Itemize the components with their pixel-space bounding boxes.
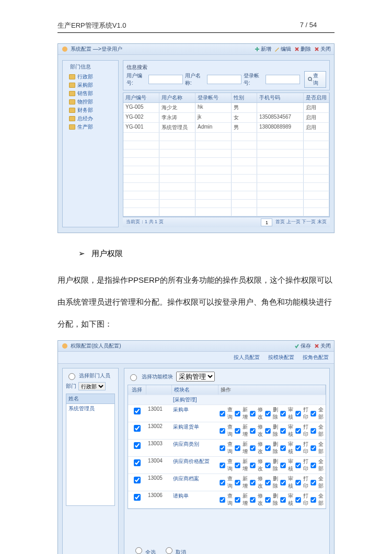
pager-input[interactable]: [261, 218, 272, 226]
row-select-checkbox[interactable]: [134, 408, 141, 414]
tree-item[interactable]: 销售部: [69, 89, 114, 98]
op-audit-checkbox[interactable]: [280, 428, 285, 433]
new-button[interactable]: 新增: [255, 45, 271, 53]
col-user-name[interactable]: 用户名称: [159, 93, 195, 102]
op-audit-checkbox[interactable]: [280, 445, 285, 451]
table-row[interactable]: YG-002李永涛jk女13508534567启用: [123, 113, 329, 123]
op-delete-checkbox[interactable]: [265, 445, 270, 451]
op-print-checkbox[interactable]: [295, 445, 301, 451]
op-query-checkbox[interactable]: [220, 480, 225, 485]
tree-item[interactable]: 物控部: [69, 98, 114, 106]
op-all-checkbox[interactable]: [310, 411, 316, 416]
perm-row[interactable]: 13005供应商档案查询 新增 修改 删除 审核 打印 全部: [128, 474, 326, 491]
tree-item[interactable]: 总经办: [69, 114, 114, 123]
op-query-checkbox[interactable]: [220, 497, 225, 502]
op-print-checkbox[interactable]: [295, 463, 301, 468]
search-button[interactable]: 查询: [304, 71, 326, 88]
user-name-label: 用户名称:: [185, 72, 205, 87]
op-delete-checkbox[interactable]: [265, 480, 270, 485]
select-user-label: 选择部门人员: [79, 372, 110, 379]
op-edit-checkbox[interactable]: [250, 480, 255, 485]
login-acct-input[interactable]: [266, 75, 300, 84]
op-audit-checkbox[interactable]: [280, 480, 285, 485]
op-query-checkbox[interactable]: [220, 463, 225, 468]
tree-item[interactable]: 行政部: [69, 73, 114, 81]
col-status[interactable]: 是否启用: [304, 93, 329, 102]
tree-item[interactable]: 采购部: [69, 81, 114, 89]
row-select-checkbox[interactable]: [134, 442, 141, 449]
op-edit-checkbox[interactable]: [250, 428, 255, 433]
op-all-checkbox[interactable]: [310, 428, 316, 433]
op-query-checkbox[interactable]: [220, 445, 225, 451]
select-all-radio[interactable]: [135, 547, 142, 554]
row-select-checkbox[interactable]: [134, 459, 141, 466]
op-all-checkbox[interactable]: [310, 463, 316, 468]
op-add-checkbox[interactable]: [235, 428, 240, 433]
row-select-checkbox[interactable]: [134, 425, 141, 432]
op-delete-checkbox[interactable]: [265, 497, 270, 502]
col-user-id[interactable]: 用户编号: [123, 93, 159, 102]
op-all-checkbox[interactable]: [310, 445, 316, 451]
op-add-checkbox[interactable]: [235, 497, 240, 502]
op-audit-checkbox[interactable]: [280, 463, 285, 468]
row-select-checkbox[interactable]: [134, 494, 141, 501]
table-row[interactable]: YG-005海少龙hk男启用: [123, 103, 329, 113]
pager-nav[interactable]: 首页 上一页 下一页 末页: [275, 218, 327, 226]
col-login[interactable]: 登录帐号: [195, 93, 232, 102]
op-audit-checkbox[interactable]: [280, 411, 285, 416]
op-query-checkbox[interactable]: [220, 411, 225, 416]
op-edit-checkbox[interactable]: [250, 411, 255, 416]
tree-item[interactable]: 财务部: [69, 106, 114, 114]
folder-icon: [69, 74, 75, 79]
op-edit-checkbox[interactable]: [250, 497, 255, 502]
op-add-checkbox[interactable]: [235, 480, 240, 485]
close-button[interactable]: 关闭: [314, 342, 331, 350]
svg-point-2: [62, 343, 67, 349]
tree-item[interactable]: 生产部: [69, 123, 114, 131]
save-button[interactable]: 保存: [294, 342, 311, 350]
close-button[interactable]: 关闭: [314, 45, 331, 53]
op-edit-checkbox[interactable]: [250, 463, 255, 468]
folder-icon: [69, 124, 75, 130]
module-select[interactable]: 采购管理: [176, 372, 215, 382]
perm-row[interactable]: 13001采购单查询 新增 修改 删除 审核 打印 全部: [128, 405, 326, 422]
op-query-checkbox[interactable]: [220, 428, 225, 433]
dept-select[interactable]: 行政部: [78, 382, 106, 390]
perm-row[interactable]: 13003供应商类别查询 新增 修改 删除 审核 打印 全部: [128, 440, 326, 457]
op-delete-checkbox[interactable]: [265, 411, 270, 416]
link-by-module[interactable]: 按模块配置: [268, 354, 294, 361]
user-list-item[interactable]: 系统管理员: [68, 405, 112, 412]
user-id-input[interactable]: [148, 75, 183, 84]
perm-row[interactable]: 13006请购单查询 新增 修改 删除 审核 打印 全部: [128, 491, 326, 509]
op-print-checkbox[interactable]: [295, 497, 301, 502]
perm-row[interactable]: 13002采购退货单查询 新增 修改 删除 审核 打印 全部: [128, 422, 326, 440]
user-id-label: 用户编号:: [126, 72, 146, 87]
table-row[interactable]: YG-001系统管理员Admin男13808088989启用: [123, 123, 329, 133]
op-audit-checkbox[interactable]: [280, 497, 285, 502]
col-phone[interactable]: 手机号码: [257, 93, 304, 102]
op-print-checkbox[interactable]: [295, 411, 301, 416]
op-add-checkbox[interactable]: [235, 411, 240, 416]
op-print-checkbox[interactable]: [295, 480, 301, 485]
table-row-empty: [123, 208, 329, 216]
window-title: 系统配置 —>登录用户: [71, 45, 255, 53]
edit-button[interactable]: 编辑: [274, 45, 291, 53]
op-add-checkbox[interactable]: [235, 463, 240, 468]
select-none-radio[interactable]: [166, 547, 172, 554]
op-all-checkbox[interactable]: [310, 497, 316, 502]
perm-row[interactable]: 13004供应商价格配置查询 新增 修改 删除 审核 打印 全部: [128, 457, 326, 474]
op-add-checkbox[interactable]: [235, 445, 240, 451]
link-by-role[interactable]: 按角色配置: [303, 354, 329, 361]
select-module-radio[interactable]: [130, 374, 137, 381]
delete-button[interactable]: 删除: [294, 45, 311, 53]
col-sex[interactable]: 性别: [232, 93, 257, 102]
select-user-radio[interactable]: [68, 373, 75, 380]
op-delete-checkbox[interactable]: [265, 463, 270, 468]
user-name-input[interactable]: [207, 75, 241, 84]
op-print-checkbox[interactable]: [295, 428, 301, 433]
op-delete-checkbox[interactable]: [265, 428, 270, 433]
op-edit-checkbox[interactable]: [250, 445, 255, 451]
link-by-user[interactable]: 按人员配置: [234, 354, 260, 361]
op-all-checkbox[interactable]: [310, 480, 316, 485]
row-select-checkbox[interactable]: [134, 477, 141, 483]
